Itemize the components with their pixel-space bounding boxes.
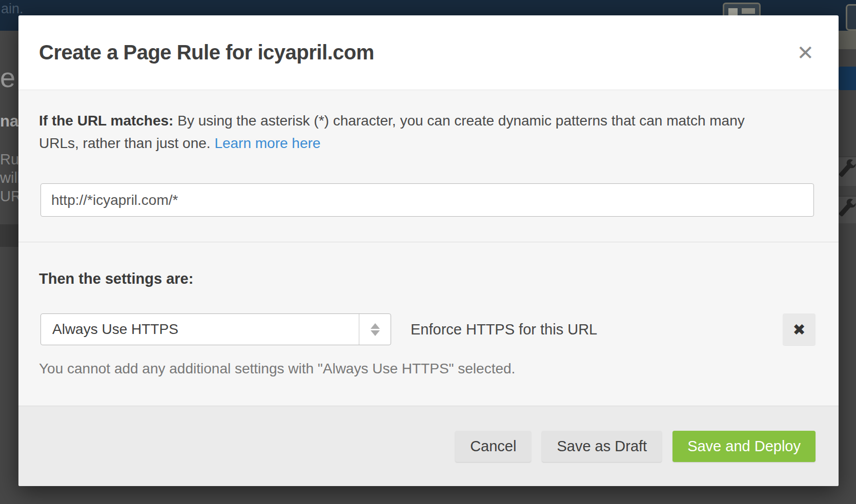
background-rule-row: [839, 196, 856, 223]
close-icon[interactable]: ✕: [797, 43, 814, 63]
background-table-header: [839, 31, 856, 49]
settings-heading: Then the settings are:: [39, 270, 816, 287]
setting-note: You cannot add any additional settings w…: [39, 361, 816, 377]
screen: ain. e nav Ru will UR Create a Page Rule…: [0, 0, 856, 504]
setting-description: Enforce HTTPS for this URL: [411, 321, 597, 338]
background-table-header: [0, 224, 18, 247]
url-match-section: If the URL matches: By using the asteris…: [18, 90, 839, 242]
url-match-label: If the URL matches:: [39, 113, 173, 129]
url-match-description: If the URL matches: By using the asteris…: [39, 110, 772, 155]
url-pattern-input[interactable]: [40, 183, 814, 217]
select-spinner[interactable]: [359, 314, 391, 345]
setting-row: Always Use HTTPS Enforce HTTPS for this …: [40, 313, 816, 345]
save-and-deploy-button[interactable]: Save and Deploy: [672, 431, 816, 462]
background-text-fragment: will: [0, 170, 21, 186]
chevron-down-icon: [371, 330, 380, 336]
panel-icon: [846, 4, 856, 31]
background-button-edge: [839, 67, 856, 90]
background-header-text: ain.: [1, 1, 24, 17]
modal-footer: Cancel Save as Draft Save and Deploy: [18, 406, 839, 486]
modal-header: Create a Page Rule for icyapril.com ✕: [18, 15, 839, 90]
setting-select[interactable]: Always Use HTTPS: [40, 313, 391, 345]
settings-section: Then the settings are: Always Use HTTPS …: [18, 242, 839, 377]
save-as-draft-button[interactable]: Save as Draft: [542, 431, 662, 462]
setting-select-value: Always Use HTTPS: [41, 321, 359, 338]
x-icon: ✖: [792, 321, 805, 339]
modal-body: If the URL matches: By using the asteris…: [18, 90, 839, 406]
background-rule-row: [839, 156, 856, 186]
remove-setting-button[interactable]: ✖: [783, 313, 816, 345]
wrench-icon: [839, 203, 851, 217]
background-text-fragment: e: [0, 61, 15, 93]
cancel-button[interactable]: Cancel: [455, 431, 531, 462]
create-page-rule-modal: Create a Page Rule for icyapril.com ✕ If…: [18, 15, 839, 486]
learn-more-link[interactable]: Learn more here: [214, 135, 320, 151]
background-text-fragment: Ru: [0, 151, 19, 168]
chevron-up-icon: [371, 323, 380, 329]
wrench-icon: [839, 164, 851, 178]
modal-title: Create a Page Rule for icyapril.com: [39, 41, 374, 64]
